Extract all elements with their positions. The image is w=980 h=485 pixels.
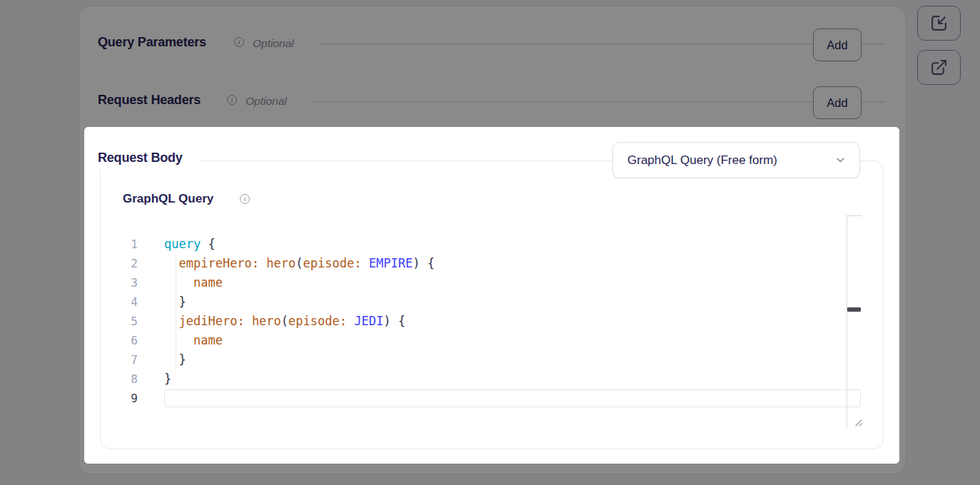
code-line: 8}: [84, 369, 899, 389]
query-parameters-title: Query Parameters: [98, 34, 206, 51]
line-number: 4: [84, 292, 138, 312]
body-type-selected-value: GraphQL Query (Free form): [627, 153, 834, 168]
line-number: 1: [84, 235, 138, 254]
optional-label: Optional: [246, 93, 287, 110]
line-number: 6: [84, 331, 138, 350]
editor-scrollbar-track[interactable]: [847, 215, 862, 429]
line-number: 3: [84, 273, 138, 292]
section-divider: [312, 101, 885, 103]
info-icon[interactable]: i: [227, 95, 237, 105]
indent-guide: [176, 254, 176, 369]
code-line: 1query {: [84, 235, 899, 254]
line-number: 9: [84, 389, 138, 408]
code-line: 3 name: [84, 273, 899, 292]
code-line: 9: [84, 389, 899, 408]
editor-scrollbar-thumb[interactable]: [847, 307, 861, 312]
code-line: 2 empireHero: hero(episode: EMPIRE) {: [84, 254, 899, 273]
code-line: 7 }: [84, 350, 899, 369]
optional-label: Optional: [253, 35, 294, 52]
request-body-legend: Request Body: [84, 146, 201, 169]
graphql-query-label: GraphQL Query: [123, 191, 213, 207]
code-content: empireHero: hero(episode: EMPIRE) {: [164, 254, 861, 273]
code-line: 6 name: [84, 331, 899, 350]
body-type-select[interactable]: GraphQL Query (Free form): [612, 142, 860, 178]
code-content: name: [164, 331, 861, 350]
code-content: }: [164, 369, 861, 389]
section-divider: [320, 44, 885, 45]
code-content: name: [164, 273, 861, 292]
code-content: }: [164, 292, 861, 312]
code-content: [164, 389, 861, 407]
request-headers-title: Request Headers: [98, 91, 201, 108]
code-content: jediHero: hero(episode: JEDI) {: [164, 312, 861, 331]
request-body-section: Request Body GraphQL Query (Free form) G…: [84, 127, 899, 464]
code-content: query {: [164, 235, 861, 254]
line-number: 7: [84, 350, 138, 369]
code-content: }: [164, 350, 861, 369]
code-lines: 1query {2 empireHero: hero(episode: EMPI…: [84, 235, 899, 408]
external-link-icon: [930, 58, 948, 76]
info-icon[interactable]: i: [234, 37, 244, 47]
request-body-title: Request Body: [98, 149, 183, 166]
code-line: 5 jediHero: hero(episode: JEDI) {: [84, 312, 899, 331]
line-number: 5: [84, 312, 138, 331]
collapse-editor-button[interactable]: [917, 6, 961, 41]
line-number: 2: [84, 254, 138, 273]
add-query-parameter-button[interactable]: Add: [813, 29, 862, 61]
request-builder-page: Query Parameters i Optional Add Request …: [0, 0, 980, 485]
resize-handle-icon[interactable]: [853, 417, 863, 430]
code-line: 4 }: [84, 292, 899, 312]
info-icon[interactable]: i: [240, 194, 250, 204]
graphql-code-editor[interactable]: 1query {2 empireHero: hero(episode: EMPI…: [84, 235, 899, 408]
line-number: 8: [84, 369, 138, 389]
chevron-down-icon: [834, 154, 847, 166]
open-external-button[interactable]: [917, 50, 961, 85]
add-request-header-button[interactable]: Add: [813, 86, 862, 119]
square-arrow-in-icon: [930, 14, 948, 32]
